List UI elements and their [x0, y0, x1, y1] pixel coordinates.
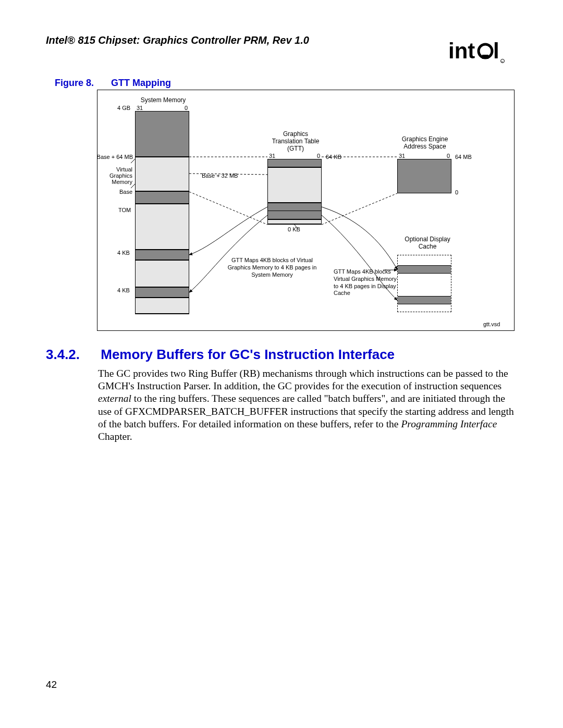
- figure-gtt-mapping: System Memory 4 GB 31 0 Base + 64 MB Vir…: [97, 90, 515, 331]
- svg-line-12: [131, 184, 135, 188]
- svg-line-14: [295, 225, 298, 229]
- para-text-a: The GC provides two Ring Buffer (RB) mec…: [98, 368, 508, 391]
- page-header-title: Intel® 815 Chipset: Graphics Controller …: [46, 34, 309, 46]
- diagram-connectors: [97, 90, 514, 330]
- svg-text:int: int: [448, 39, 475, 63]
- section-heading: 3.4.2. Memory Buffers for GC's Instructi…: [46, 347, 395, 363]
- svg-text:l: l: [493, 39, 499, 63]
- figure-caption: Figure 8. GTT Mapping: [55, 78, 171, 89]
- para-text-b-italic: external: [98, 393, 131, 404]
- svg-line-11: [131, 159, 135, 163]
- para-text-e: Chapter.: [98, 431, 132, 442]
- page-number: 42: [46, 679, 57, 690]
- figure-label: Figure 8.: [55, 78, 94, 88]
- figure-title: GTT Mapping: [111, 78, 171, 88]
- intel-logo: int l R: [448, 39, 516, 65]
- svg-line-9: [189, 174, 267, 175]
- section-number: 3.4.2.: [46, 347, 97, 363]
- svg-rect-3: [482, 55, 488, 59]
- svg-line-8: [189, 192, 267, 225]
- section-body: The GC provides two Ring Buffer (RB) mec…: [98, 367, 515, 443]
- section-title: Memory Buffers for GC's Instruction Inte…: [101, 347, 395, 362]
- para-text-d-italic: Programming Interface: [401, 418, 497, 429]
- svg-line-10: [322, 193, 397, 225]
